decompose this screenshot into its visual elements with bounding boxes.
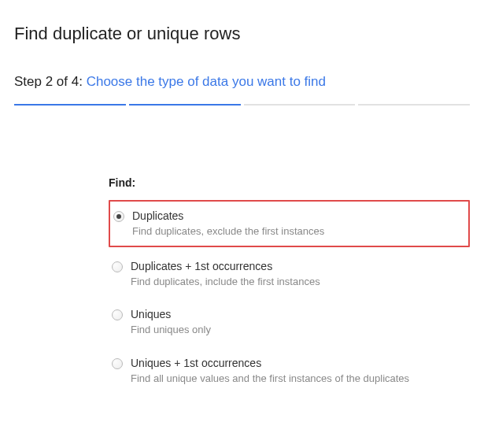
option-title: Duplicates [132, 209, 324, 222]
step-description-link[interactable]: Choose the type of data you want to find [87, 74, 326, 89]
radio-icon [112, 358, 123, 369]
progress-segment-1 [14, 104, 126, 106]
option-title: Uniques [131, 308, 211, 320]
option-desc: Find duplicates, exclude the first insta… [132, 225, 324, 238]
progress-bar [14, 104, 470, 106]
radio-icon [113, 211, 124, 222]
progress-segment-4 [358, 104, 470, 106]
step-line: Step 2 of 4: Choose the type of data you… [14, 74, 470, 90]
option-desc: Find duplicates, include the first insta… [131, 276, 320, 288]
progress-segment-3 [244, 104, 356, 106]
page-title: Find duplicate or unique rows [14, 24, 470, 44]
step-prefix: Step 2 of 4: [14, 74, 87, 89]
radio-icon [112, 309, 123, 320]
option-title: Duplicates + 1st occurrences [131, 260, 320, 272]
radio-icon [112, 261, 123, 272]
radio-option-duplicates[interactable]: Duplicates Find duplicates, exclude the … [109, 200, 470, 247]
progress-segment-2 [129, 104, 241, 106]
find-label: Find: [109, 176, 470, 189]
radio-option-uniques[interactable]: Uniques Find uniques only [109, 300, 470, 344]
option-title: Uniques + 1st occurrences [131, 357, 409, 369]
radio-option-duplicates-1st[interactable]: Duplicates + 1st occurrences Find duplic… [109, 252, 470, 296]
radio-option-uniques-1st[interactable]: Uniques + 1st occurrences Find all uniqu… [109, 349, 470, 393]
option-desc: Find all unique values and the first ins… [131, 372, 409, 385]
option-desc: Find uniques only [131, 324, 211, 336]
